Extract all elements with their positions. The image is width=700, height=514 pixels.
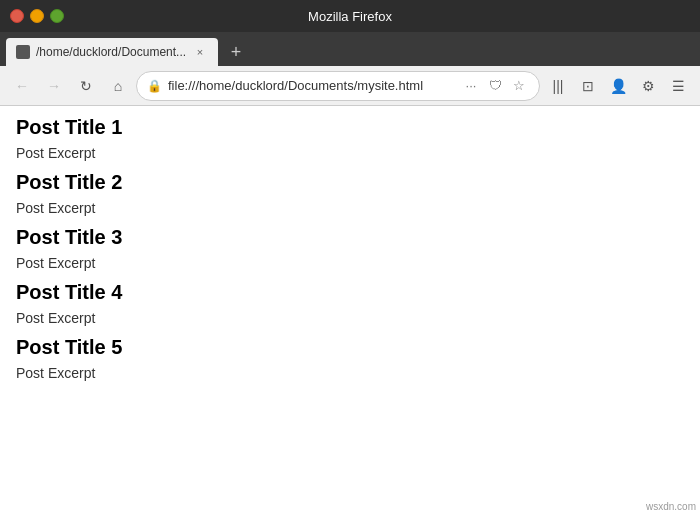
tab-label: /home/ducklord/Document... [36,45,186,59]
nav-right-buttons: ||| ⊡ 👤 ⚙ ☰ [544,72,692,100]
watermark: wsxdn.com [646,501,696,512]
window-title: Mozilla Firefox [308,9,392,24]
tabbar: /home/ducklord/Document... × + [0,32,700,66]
bookmark-star-icon[interactable]: ☆ [509,76,529,96]
post-item: Post Title 4Post Excerpt [16,281,684,326]
new-tab-button[interactable]: + [222,38,250,66]
post-excerpt: Post Excerpt [16,255,684,271]
post-item: Post Title 1Post Excerpt [16,116,684,161]
tab-favicon [16,45,30,59]
bookmarks-button[interactable]: ||| [544,72,572,100]
post-title: Post Title 4 [16,281,684,304]
post-item: Post Title 3Post Excerpt [16,226,684,271]
post-title: Post Title 2 [16,171,684,194]
more-icon[interactable]: ··· [461,76,481,96]
post-excerpt: Post Excerpt [16,365,684,381]
address-input[interactable] [168,78,455,93]
post-item: Post Title 5Post Excerpt [16,336,684,381]
reload-button[interactable]: ↻ [72,72,100,100]
post-excerpt: Post Excerpt [16,310,684,326]
menu-button[interactable]: ☰ [664,72,692,100]
titlebar: × – □ Mozilla Firefox [0,0,700,32]
extension-button[interactable]: ⚙ [634,72,662,100]
home-button[interactable]: ⌂ [104,72,132,100]
navbar: ← → ↻ ⌂ 🔒 ··· 🛡 ☆ ||| ⊡ 👤 ⚙ ☰ [0,66,700,106]
post-excerpt: Post Excerpt [16,200,684,216]
account-button[interactable]: 👤 [604,72,632,100]
minimize-button[interactable]: – [30,9,44,23]
post-item: Post Title 2Post Excerpt [16,171,684,216]
tab-close-button[interactable]: × [192,44,208,60]
titlebar-controls: × – □ [10,9,64,23]
forward-button[interactable]: → [40,72,68,100]
close-button[interactable]: × [10,9,24,23]
post-excerpt: Post Excerpt [16,145,684,161]
back-button[interactable]: ← [8,72,36,100]
shield-icon[interactable]: 🛡 [485,76,505,96]
synced-tabs-button[interactable]: ⊡ [574,72,602,100]
security-lock-icon: 🔒 [147,79,162,93]
active-tab[interactable]: /home/ducklord/Document... × [6,38,218,66]
maximize-button[interactable]: □ [50,9,64,23]
address-bar-container: 🔒 ··· 🛡 ☆ [136,71,540,101]
content-area: Post Title 1Post ExcerptPost Title 2Post… [0,106,700,514]
post-title: Post Title 5 [16,336,684,359]
post-title: Post Title 1 [16,116,684,139]
post-title: Post Title 3 [16,226,684,249]
address-icons: ··· 🛡 ☆ [461,76,529,96]
